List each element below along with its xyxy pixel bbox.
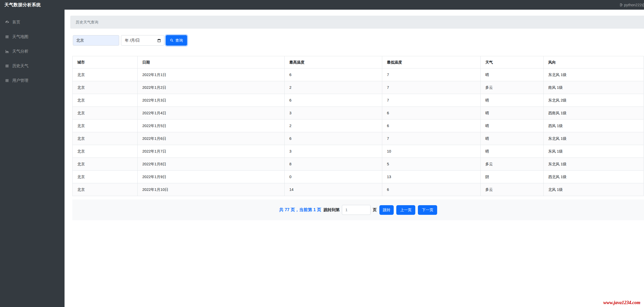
table-row: 北京 2022年1月3日 6 7 晴 东北风 2级: [73, 94, 644, 107]
cell-date: 2022年1月1日: [138, 68, 285, 81]
cell-weather: 晴: [481, 94, 544, 107]
sidebar-item-home[interactable]: 首页: [0, 18, 65, 26]
jump-prefix-label: 跳转到第: [323, 207, 340, 213]
cell-date: 2022年1月9日: [138, 171, 285, 183]
cell-max: 8: [285, 158, 382, 171]
pagination-summary: 共 77 页，当前第 1 页: [279, 207, 321, 213]
table-row: 北京 2022年1月10日 14 6 多云 北风 1级: [73, 183, 644, 196]
cell-max: 2: [285, 81, 382, 94]
prev-page-button[interactable]: 上一页: [396, 205, 416, 215]
cell-wind: 东北风 1级: [544, 158, 644, 171]
cell-min: 7: [382, 132, 481, 145]
cell-max: 6: [285, 132, 382, 145]
next-page-button[interactable]: 下一页: [418, 205, 437, 215]
sidebar-item-user-management[interactable]: 用户管理: [0, 77, 65, 84]
cell-wind: 西南风 1级: [544, 107, 644, 120]
sidebar-item-label: 天气地图: [12, 34, 28, 40]
cell-weather: 阴: [481, 171, 544, 183]
cell-city: 北京: [73, 120, 138, 132]
cell-max: 6: [285, 94, 382, 107]
cell-date: 2022年1月10日: [138, 183, 285, 196]
date-placeholder: 年 /月/日: [125, 38, 140, 43]
cell-min: 5: [382, 158, 481, 171]
col-header-date: 日期: [138, 56, 285, 68]
search-button[interactable]: 查询: [166, 35, 187, 46]
cell-wind: 西风 1级: [544, 120, 644, 132]
cell-min: 7: [382, 94, 481, 107]
sidebar-item-weather-analysis[interactable]: 天气分析: [0, 48, 65, 55]
cell-wind: 南风 1级: [544, 81, 644, 94]
main-content: 历史天气查询 年 /月/日 查询 城市 日期 最高温度 最低温度: [65, 10, 644, 307]
cell-date: 2022年1月4日: [138, 107, 285, 120]
cell-weather: 晴: [481, 132, 544, 145]
cell-city: 北京: [73, 107, 138, 120]
cell-wind: 西北风 1级: [544, 171, 644, 183]
cell-city: 北京: [73, 81, 138, 94]
cell-date: 2022年1月3日: [138, 94, 285, 107]
table-row: 北京 2022年1月9日 0 13 阴 西北风 1级: [73, 171, 644, 183]
cell-max: 14: [285, 183, 382, 196]
sidebar-item-label: 历史天气: [12, 63, 28, 69]
cell-weather: 晴: [481, 120, 544, 132]
query-form: 年 /月/日 查询: [73, 35, 644, 46]
page-title: 历史天气查询: [76, 20, 98, 25]
cell-city: 北京: [73, 132, 138, 145]
site-watermark: www.java1234.com: [603, 300, 640, 305]
cell-wind: 东风 1级: [544, 145, 644, 158]
sidebar-item-label: 天气分析: [12, 49, 28, 54]
cell-min: 10: [382, 145, 481, 158]
table-icon: [5, 35, 9, 39]
jump-button[interactable]: 跳转: [379, 205, 394, 215]
sign-out-icon: [619, 3, 623, 7]
sidebar-item-history-weather[interactable]: 历史天气: [0, 62, 65, 70]
sidebar-menu: 首页 天气地图 天气分析 历史天气 用户管理: [0, 0, 65, 84]
page-title-bar: 历史天气查询: [70, 16, 644, 29]
col-header-weather: 天气: [481, 56, 544, 68]
jump-page-input[interactable]: [342, 205, 371, 215]
cell-date: 2022年1月7日: [138, 145, 285, 158]
cell-date: 2022年1月5日: [138, 120, 285, 132]
username-text: python222@: [624, 3, 644, 7]
dashboard-icon: [5, 20, 9, 24]
cell-wind: 北风 1级: [544, 183, 644, 196]
cell-weather: 晴: [481, 145, 544, 158]
app-title: 天气数据分析系统: [0, 2, 41, 8]
cell-date: 2022年1月6日: [138, 132, 285, 145]
cell-city: 北京: [73, 68, 138, 81]
cell-weather: 晴: [481, 107, 544, 120]
table-row: 北京 2022年1月5日 2 6 晴 西风 1级: [73, 120, 644, 132]
cell-weather: 多云: [481, 158, 544, 171]
cell-min: 6: [382, 120, 481, 132]
cell-city: 北京: [73, 158, 138, 171]
cell-min: 7: [382, 81, 481, 94]
weather-table: 城市 日期 最高温度 最低温度 天气 风向 北京 2022年1月1日 6 7 晴…: [72, 56, 644, 196]
cell-weather: 晴: [481, 68, 544, 81]
cell-city: 北京: [73, 171, 138, 183]
cell-wind: 东北风 1级: [544, 132, 644, 145]
table-row: 北京 2022年1月6日 6 7 晴 东北风 1级: [73, 132, 644, 145]
cell-date: 2022年1月2日: [138, 81, 285, 94]
col-header-min: 最低温度: [382, 56, 481, 68]
search-icon: [170, 39, 174, 42]
calendar-icon[interactable]: [157, 39, 161, 42]
topbar: 天气数据分析系统 python222@: [0, 0, 644, 10]
cell-city: 北京: [73, 145, 138, 158]
sidebar: 首页 天气地图 天气分析 历史天气 用户管理: [0, 0, 65, 307]
logout-link[interactable]: python222@: [619, 0, 644, 10]
table-icon: [5, 78, 9, 83]
table-body: 北京 2022年1月1日 6 7 晴 东北风 1级 北京 2022年1月2日 2…: [73, 68, 644, 196]
city-input[interactable]: [73, 35, 119, 46]
col-header-wind: 风向: [544, 56, 644, 68]
cell-max: 6: [285, 68, 382, 81]
cell-city: 北京: [73, 183, 138, 196]
col-header-max: 最高温度: [285, 56, 382, 68]
sidebar-item-weather-map[interactable]: 天气地图: [0, 33, 65, 40]
table-row: 北京 2022年1月7日 3 10 晴 东风 1级: [73, 145, 644, 158]
table-icon: [5, 64, 9, 68]
table-row: 北京 2022年1月4日 3 6 晴 西南风 1级: [73, 107, 644, 120]
date-input[interactable]: 年 /月/日: [121, 35, 164, 46]
sidebar-item-label: 用户管理: [12, 78, 28, 83]
cell-date: 2022年1月8日: [138, 158, 285, 171]
cell-max: 2: [285, 120, 382, 132]
table-row: 北京 2022年1月8日 8 5 多云 东北风 1级: [73, 158, 644, 171]
